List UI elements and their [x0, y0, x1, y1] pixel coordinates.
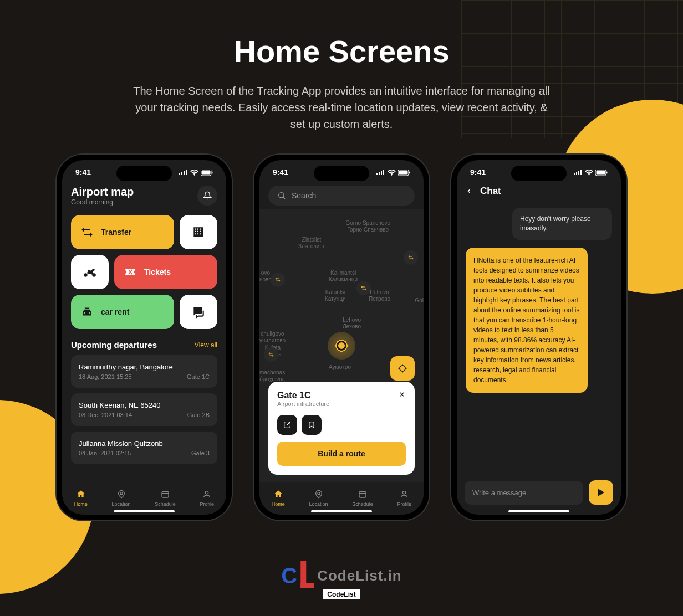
map-label: Gol — [415, 297, 424, 304]
notification-button[interactable] — [197, 186, 217, 206]
nav-home[interactable]: Home — [272, 489, 285, 507]
send-button[interactable] — [589, 480, 613, 505]
message-input[interactable]: Write a message — [465, 481, 583, 505]
nav-home[interactable]: Home — [74, 489, 88, 507]
location-icon — [314, 489, 324, 499]
transfer-label: Transfer — [101, 228, 131, 237]
svg-rect-18 — [606, 171, 608, 173]
departure-card[interactable]: Julianna Mission Quitzonb 04 Jan, 2021 0… — [71, 432, 217, 464]
departure-location: Rammurthy nagar, Bangalore — [79, 363, 210, 371]
carrent-label: car rent — [101, 307, 129, 316]
svg-point-12 — [400, 366, 406, 372]
departure-date: 04 Jan, 2021 02:15 — [79, 450, 131, 456]
chat-tile[interactable] — [180, 295, 217, 329]
motorcycle-tile[interactable] — [71, 255, 109, 289]
departure-location: Julianna Mission Quitzonb — [79, 439, 210, 448]
svg-point-3 — [84, 273, 88, 277]
svg-point-7 — [206, 491, 208, 494]
status-icons — [574, 170, 608, 176]
svg-point-5 — [120, 492, 123, 495]
building-tile[interactable] — [180, 215, 217, 249]
nav-schedule[interactable]: Schedule — [352, 489, 373, 507]
departure-gate: Gate 3 — [191, 450, 210, 456]
status-time: 9:41 — [470, 168, 486, 177]
tickets-label: Tickets — [144, 268, 171, 276]
map-marker[interactable] — [356, 281, 371, 295]
search-placeholder: Search — [292, 191, 316, 200]
map-label: Gorno SpanchevoГорно Спанчево — [345, 220, 390, 233]
watermark-brand: CodeList.in — [317, 567, 402, 584]
bookmark-icon — [308, 421, 315, 429]
motorcycle-icon — [83, 265, 97, 279]
svg-rect-9 — [399, 170, 408, 174]
search-input[interactable]: Search — [268, 186, 415, 206]
svg-rect-2 — [212, 171, 213, 173]
map-label: LehovoЛехово — [343, 317, 361, 330]
page-title: Home Screens — [0, 33, 683, 69]
status-icons — [376, 170, 410, 176]
gate-subtitle: Airport infratructure — [277, 401, 406, 407]
status-icons — [179, 170, 213, 176]
status-time: 9:41 — [273, 168, 288, 177]
dynamic-island — [511, 166, 567, 181]
status-time: 9:41 — [75, 168, 91, 177]
chevron-left-icon — [466, 186, 472, 196]
map-label: machonasόμαχώνας — [259, 369, 285, 383]
watermark-logo-c: C — [281, 563, 297, 588]
received-message: Heyy don't worry please imasadly. — [512, 208, 612, 240]
dynamic-island — [116, 166, 172, 181]
close-icon — [398, 391, 406, 398]
nav-profile[interactable]: Profile — [200, 489, 215, 507]
phone-mockup-1: 9:41 Airport map Good morning — [57, 155, 232, 520]
map-label: Αγκιστρο — [329, 364, 351, 371]
signal-icon — [574, 170, 583, 175]
map-marker[interactable] — [404, 250, 418, 265]
building-icon — [191, 225, 206, 239]
tickets-tile[interactable]: Tickets — [114, 255, 217, 289]
back-button[interactable] — [466, 186, 472, 196]
close-button[interactable] — [398, 391, 406, 398]
locate-button[interactable] — [390, 356, 415, 381]
car-icon — [80, 305, 94, 319]
share-button[interactable] — [277, 415, 297, 435]
map-label: KalimantsiКалиманци — [329, 270, 358, 283]
gate-title: Gate 1C — [277, 391, 310, 401]
dynamic-island — [314, 166, 369, 181]
wifi-icon — [585, 170, 593, 176]
watermark: C CodeList.in CodeList — [281, 563, 401, 599]
sent-message: HNotta is one of the feature-rich AI too… — [466, 248, 588, 393]
watermark-sub: CodeList — [323, 589, 360, 599]
transfer-icon — [80, 225, 94, 239]
view-all-link[interactable]: View all — [195, 341, 217, 349]
crosshair-icon — [397, 363, 407, 373]
departure-date: 18 Aug, 2021 15:25 — [79, 373, 131, 380]
nav-location[interactable]: Location — [112, 489, 131, 507]
bookmark-button[interactable] — [302, 415, 322, 435]
build-route-button[interactable]: Build a route — [277, 442, 406, 466]
departure-gate: Gate 2B — [187, 412, 210, 418]
send-icon — [596, 487, 606, 497]
home-indicator — [508, 510, 569, 512]
map-marker[interactable] — [271, 273, 285, 287]
signal-icon — [179, 170, 188, 175]
screen-title: Airport map — [71, 186, 134, 198]
chat-title: Chat — [480, 186, 501, 197]
map-marker[interactable] — [264, 347, 278, 362]
search-icon — [277, 191, 286, 200]
nav-location[interactable]: Location — [309, 489, 328, 507]
signal-icon — [376, 170, 385, 175]
ticket-icon — [123, 265, 137, 279]
nav-profile[interactable]: Profile — [397, 489, 412, 507]
svg-rect-6 — [162, 491, 169, 497]
battery-icon — [398, 170, 410, 176]
departure-card[interactable]: South Keenan, NE 65240 08 Dec, 2021 03:1… — [71, 393, 217, 426]
carrent-tile[interactable]: car rent — [71, 295, 174, 329]
map-label: chuligovoучилигово — [259, 331, 286, 344]
departure-card[interactable]: Rammurthy nagar, Bangalore 18 Aug, 2021 … — [71, 355, 217, 388]
transfer-tile[interactable]: Transfer — [71, 215, 174, 249]
greeting-text: Good morning — [71, 198, 134, 206]
calendar-icon — [358, 489, 368, 499]
svg-point-15 — [403, 491, 406, 494]
nav-schedule[interactable]: Schedule — [155, 489, 176, 507]
map-label: ovoново — [259, 270, 272, 283]
